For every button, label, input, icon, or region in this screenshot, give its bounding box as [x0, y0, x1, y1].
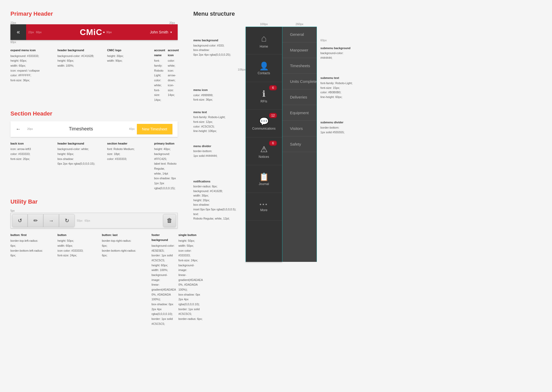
menu-left-specs: menu background background-color: #333;b… [193, 22, 246, 262]
submenu-item-safety[interactable]: Safety [282, 136, 317, 152]
menu-columns-wrapper: 100px 260px ⌂ [246, 22, 317, 262]
primary-header-demo-relative: « 22px 60px CMiC · 30px John Smith [10, 24, 178, 40]
menu-item-communications[interactable]: 12 💬 Communications [246, 110, 282, 137]
menu-notices-label: Notices [259, 155, 269, 158]
spec-account-name-lines: font-family: Roboto Light;color: white;f… [154, 59, 163, 101]
new-timesheet-label: New Timesheet [142, 127, 167, 131]
spec-menu-height: 106px [193, 67, 246, 72]
back-button[interactable]: ← [10, 121, 26, 137]
sh-dim-40: 40px [129, 128, 135, 130]
submenu-general-label: General [290, 27, 304, 42]
notices-badge: 6 [269, 141, 277, 146]
submenu-item-timesheets[interactable]: Timesheets [282, 58, 317, 74]
spec-footer-bg-label: footer background [152, 233, 176, 242]
left-column: Primary Header 22px 20px [10, 10, 178, 382]
ub-btn-edit[interactable]: ✏ [28, 214, 43, 227]
dim-60px-icon: 60px [36, 31, 42, 34]
spec-header-bg: header background background-color: #C41… [57, 48, 104, 102]
spec-btn-last: button: last border-top-right-radius:6px… [102, 233, 149, 326]
sh-dim-20: 20px [26, 128, 33, 130]
redo-icon: ↻ [65, 217, 69, 224]
spec-sh-header-bg-lines: background-color: white;height: 60px;box… [57, 147, 95, 165]
header-logo-area: CMiC · 30px [42, 27, 150, 37]
spec-notifications: notifications border-radius: 8px;backgro… [193, 179, 246, 221]
ub-btn-redo[interactable]: ↻ [59, 214, 75, 227]
guide-menu-top-h [246, 27, 317, 27]
spec-cmic-logo-label: CMiC logo [107, 48, 152, 53]
spec-account-name: account name font-family: Roboto Light;c… [154, 48, 165, 102]
menu-item-notices[interactable]: 6 ⚠ Notices [246, 137, 282, 165]
utility-btn-group: ↺ ✏ → ↻ [12, 214, 75, 227]
spec-header-bg-lines: background-color: #C4162B;height: 60px;w… [57, 54, 94, 67]
spec-btn-normal-lines: height: 50px;width: 60px;icon color: #33… [57, 239, 83, 257]
menu-structure-title: Menu structure [193, 10, 542, 17]
submenu: General Manpower Timesheets Units Comple… [282, 27, 317, 262]
menu-item-journal[interactable]: 📋 Journal [246, 165, 282, 193]
spec-sh-title: section header font: Roboto Medium;size:… [107, 141, 152, 191]
menu-contacts-label: Contacts [258, 72, 270, 75]
dim-labels-inside-header: 22px 60px [26, 31, 42, 34]
dim-60px-below: 60px [10, 41, 178, 44]
spec-primary-btn: primary button height: 40px;background: … [154, 141, 178, 191]
dim-22px-inner: 22px [28, 31, 34, 34]
cmic-dot: · [103, 27, 105, 37]
spec-footer-bg: footer background background-color: #E5E… [152, 233, 176, 326]
submenu-item-deliveries[interactable]: Deliveries [282, 89, 317, 105]
spec-btn-first-lines: border-top-left-radius:6px;border-bottom… [10, 239, 43, 257]
menu-item-contacts[interactable]: 👤 Contacts [246, 54, 282, 82]
spec-submenu-divider: submenu divider border-bottom:1px solid … [321, 120, 374, 135]
ub-dims-inside: 50px 60px [77, 219, 90, 222]
ub-dim-50px: 50px [77, 219, 83, 222]
ub-btn-undo[interactable]: ↺ [12, 214, 28, 227]
spec-submenu-text-label: submenu text [321, 76, 374, 80]
submenu-item-visitors[interactable]: Visitors [282, 121, 317, 136]
spec-60px-label: 60px [321, 38, 374, 43]
spec-expand-menu: expand menu icon background: #333333;hei… [10, 48, 55, 102]
ub-dim-60px: 60px [85, 219, 90, 222]
menu-journal-label: Journal [259, 182, 269, 186]
spec-menu-bg-label: menu background [193, 38, 246, 43]
spec-back-icon-lines: icon: arrow-left3color: #333333;font-siz… [10, 147, 31, 160]
spec-menu-bg-lines: background-color: #333;box-shadow:0px 2p… [193, 44, 231, 56]
section-header-title: Section Header [10, 110, 178, 117]
spec-account-icon-label: account icon [168, 48, 179, 57]
edit-icon: ✏ [33, 217, 38, 224]
header-account[interactable]: John Smith ▼ [150, 30, 178, 34]
expand-menu-btn[interactable]: « [10, 24, 26, 40]
submenu-item-units-complete[interactable]: Units Complete [282, 74, 317, 89]
info-icon: ℹ [262, 89, 265, 99]
menu-item-rfis[interactable]: 6 ℹ RFIs [246, 82, 282, 110]
menu-item-more[interactable]: ••• More [246, 193, 282, 221]
section-header-text: Timesheets [33, 126, 129, 132]
spec-menu-divider: menu divider border-bottom:1px solid #44… [193, 144, 246, 158]
page: Primary Header 22px 20px [0, 0, 552, 392]
rfis-badge: 6 [269, 85, 277, 90]
submenu-visitors-label: Visitors [290, 121, 303, 136]
spec-submenu-divider-label: submenu divider [321, 120, 374, 125]
submenu-units-complete-label: Units Complete [290, 74, 317, 89]
spec-sh-header-bg-label: header background [57, 141, 104, 146]
spec-sh-title-label: section header [107, 141, 152, 146]
utility-bar-title: Utility Bar [10, 198, 178, 205]
person-icon: 👤 [259, 61, 269, 71]
spec-expand-label: expand menu icon [10, 48, 55, 53]
spec-menu-divider-label: menu divider [193, 144, 246, 149]
primary-header-demo: « 22px 60px CMiC · 30px John Smith [10, 24, 178, 40]
submenu-safety-label: Safety [290, 136, 301, 152]
journal-icon: 📋 [259, 172, 269, 181]
submenu-item-general[interactable]: General [282, 27, 317, 42]
menu-communications-label: Communications [252, 127, 275, 130]
ub-delete-btn[interactable]: 🗑 [163, 214, 176, 227]
new-timesheet-button[interactable]: New Timesheet [137, 124, 172, 134]
spec-account-icon: account icon color: white;icon: arrow-do… [168, 48, 179, 102]
spec-account-name-label: account name [154, 48, 165, 57]
spec-primary-btn-label: primary button [154, 141, 178, 146]
ub-btn-forward[interactable]: → [43, 214, 59, 227]
menu-item-home[interactable]: ⌂ Home [246, 27, 282, 54]
spec-btn-last-lines: border-top-right-radius:6px;border-botto… [102, 239, 136, 257]
menu-top-dims: 100px 260px [246, 22, 317, 26]
utility-bar-demo: ↺ ✏ → ↻ 50px 60px [10, 213, 178, 228]
submenu-item-manpower[interactable]: Manpower [282, 42, 317, 58]
spec-notifications-lines: border-radius: 8px;background: #C4162B;w… [193, 185, 236, 220]
submenu-item-equipment[interactable]: Equipment [282, 105, 317, 121]
